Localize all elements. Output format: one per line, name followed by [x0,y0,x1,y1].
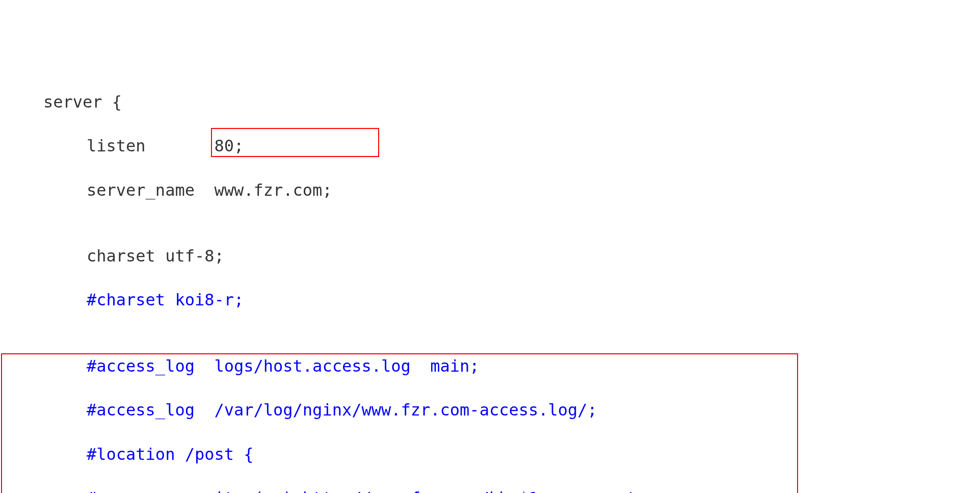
code-line-0: server { [0,91,646,113]
code-line-1: listen 80; [0,135,646,157]
code-line-8: #access_log /var/log/nginx/www.fzr.com-a… [0,399,646,421]
code-line-5: #charset koi8-r; [0,289,646,311]
code-line-9: #location /post { [0,444,646,465]
code-line-7: #access_log logs/host.access.log main; [0,355,646,377]
code-viewport: server { listen 80; server_name www.fzr.… [0,88,980,493]
code-line-10: # rewrite (.+) http://www.fzr.com/bbs$1 … [0,487,646,493]
nginx-config-block: server { listen 80; server_name www.fzr.… [0,91,646,493]
code-line-2: server_name www.fzr.com; [0,179,646,201]
code-line-4: charset utf-8; [0,245,646,267]
